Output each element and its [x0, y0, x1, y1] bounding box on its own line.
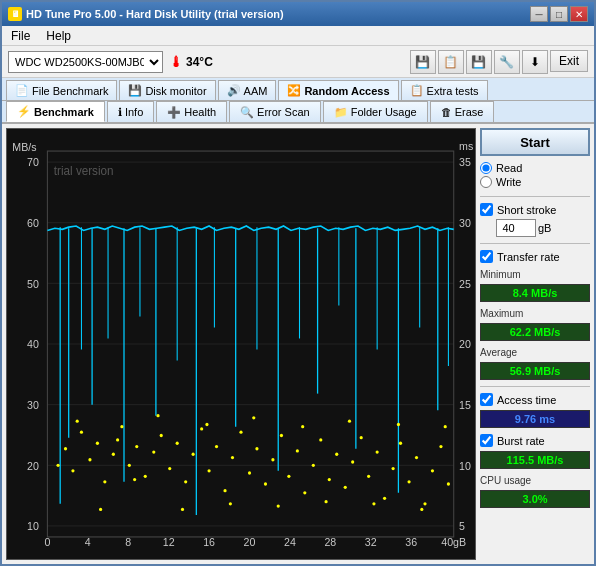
close-button[interactable]: ✕ — [570, 6, 588, 22]
svg-text:ms: ms — [459, 140, 474, 152]
svg-text:30: 30 — [27, 399, 39, 411]
tab-health[interactable]: ➕ Health — [156, 101, 227, 122]
tab-info[interactable]: ℹ Info — [107, 101, 154, 122]
right-panel: Start Read Write Short stroke — [480, 128, 590, 560]
read-radio[interactable] — [480, 162, 492, 174]
write-option[interactable]: Write — [480, 176, 590, 188]
svg-point-102 — [399, 442, 402, 445]
svg-point-117 — [229, 502, 232, 505]
svg-text:15: 15 — [459, 399, 471, 411]
tab-disk-monitor[interactable]: 💾 Disk monitor — [119, 80, 215, 100]
svg-point-77 — [200, 427, 203, 430]
cpu-usage-label: CPU usage — [480, 475, 590, 486]
svg-point-80 — [223, 489, 226, 492]
maximize-button[interactable]: □ — [550, 6, 568, 22]
file-benchmark-icon: 📄 — [15, 84, 29, 97]
svg-point-116 — [205, 423, 208, 426]
title-bar-left: 🖥 HD Tune Pro 5.00 - Hard Disk Utility (… — [8, 7, 284, 21]
title-buttons: ─ □ ✕ — [530, 6, 588, 22]
svg-point-70 — [144, 475, 147, 478]
toolbar-btn-2[interactable]: 📋 — [438, 50, 464, 74]
svg-point-113 — [133, 478, 136, 481]
svg-point-119 — [277, 504, 280, 507]
svg-text:10: 10 — [459, 460, 471, 472]
read-label: Read — [496, 162, 522, 174]
read-option[interactable]: Read — [480, 162, 590, 174]
tab-aam[interactable]: 🔊 AAM — [218, 80, 277, 100]
access-time-checkbox[interactable] — [480, 393, 493, 406]
svg-point-123 — [372, 502, 375, 505]
disk-monitor-icon: 💾 — [128, 84, 142, 97]
tab-erase[interactable]: 🗑 Erase — [430, 101, 495, 122]
svg-point-61 — [71, 469, 74, 472]
svg-point-101 — [392, 467, 395, 470]
svg-point-99 — [376, 450, 379, 453]
svg-point-103 — [407, 480, 410, 483]
toolbar-btn-3[interactable]: 💾 — [466, 50, 492, 74]
burst-rate-option[interactable]: Burst rate — [480, 434, 590, 447]
info-icon: ℹ — [118, 106, 122, 119]
tab-benchmark[interactable]: ⚡ Benchmark — [6, 101, 105, 122]
svg-point-88 — [287, 475, 290, 478]
minimize-button[interactable]: ─ — [530, 6, 548, 22]
cpu-usage-value: 3.0% — [480, 490, 590, 508]
write-label: Write — [496, 176, 521, 188]
maximum-label: Maximum — [480, 308, 590, 319]
stroke-value-input[interactable] — [496, 219, 536, 237]
options-group: Short stroke gB — [480, 203, 590, 237]
svg-point-120 — [301, 425, 304, 428]
svg-point-82 — [239, 431, 242, 434]
menu-file[interactable]: File — [8, 28, 33, 44]
burst-rate-value: 115.5 MB/s — [480, 451, 590, 469]
burst-rate-checkbox[interactable] — [480, 434, 493, 447]
access-time-value: 9.76 ms — [480, 410, 590, 428]
short-stroke-checkbox[interactable] — [480, 203, 493, 216]
svg-point-104 — [415, 456, 418, 459]
svg-point-110 — [76, 420, 79, 423]
svg-point-97 — [360, 436, 363, 439]
drive-select[interactable]: WDC WD2500KS-00MJB0 (250 gB) — [8, 51, 163, 73]
stroke-unit: gB — [538, 222, 551, 234]
toolbar-btn-1[interactable]: 💾 — [410, 50, 436, 74]
access-time-option[interactable]: Access time — [480, 393, 590, 406]
tab-folder-usage[interactable]: 📁 Folder Usage — [323, 101, 428, 122]
write-radio[interactable] — [480, 176, 492, 188]
svg-point-106 — [431, 469, 434, 472]
toolbar-btn-4[interactable]: 🔧 — [494, 50, 520, 74]
transfer-rate-option[interactable]: Transfer rate — [480, 250, 590, 263]
exit-button[interactable]: Exit — [550, 50, 588, 72]
menu-help[interactable]: Help — [43, 28, 74, 44]
title-bar: 🖥 HD Tune Pro 5.00 - Hard Disk Utility (… — [2, 2, 594, 26]
svg-point-74 — [176, 442, 179, 445]
transfer-rate-checkbox[interactable] — [480, 250, 493, 263]
svg-point-100 — [383, 497, 386, 500]
svg-point-73 — [168, 467, 171, 470]
svg-point-75 — [184, 480, 187, 483]
transfer-rate-label: Transfer rate — [497, 251, 560, 263]
aam-icon: 🔊 — [227, 84, 241, 97]
svg-point-89 — [296, 449, 299, 452]
svg-text:MB/s: MB/s — [12, 141, 37, 153]
tab-file-benchmark[interactable]: 📄 File Benchmark — [6, 80, 117, 100]
tab-extra-tests[interactable]: 📋 Extra tests — [401, 80, 488, 100]
divider-3 — [480, 386, 590, 387]
svg-text:25: 25 — [459, 278, 471, 290]
svg-text:50: 50 — [27, 278, 39, 290]
temperature-display: 🌡 34°C — [169, 54, 213, 70]
start-button[interactable]: Start — [480, 128, 590, 156]
svg-point-112 — [116, 438, 119, 441]
svg-point-60 — [64, 447, 67, 450]
svg-point-63 — [88, 458, 91, 461]
tab-random-access[interactable]: 🔀 Random Access — [278, 80, 398, 100]
main-content: 70 60 50 40 30 20 10 MB/s 35 30 25 20 15… — [2, 124, 594, 564]
short-stroke-option[interactable]: Short stroke — [480, 203, 590, 216]
tab-error-scan[interactable]: 🔍 Error Scan — [229, 101, 321, 122]
radio-group: Read Write — [480, 160, 590, 190]
svg-point-115 — [181, 508, 184, 511]
toolbar-btn-5[interactable]: ⬇ — [522, 50, 548, 74]
toolbar-icons: 💾 📋 💾 🔧 ⬇ Exit — [410, 50, 588, 74]
short-stroke-label: Short stroke — [497, 204, 556, 216]
burst-rate-label: Burst rate — [497, 435, 545, 447]
stroke-value-row: gB — [496, 219, 590, 237]
folder-usage-icon: 📁 — [334, 106, 348, 119]
